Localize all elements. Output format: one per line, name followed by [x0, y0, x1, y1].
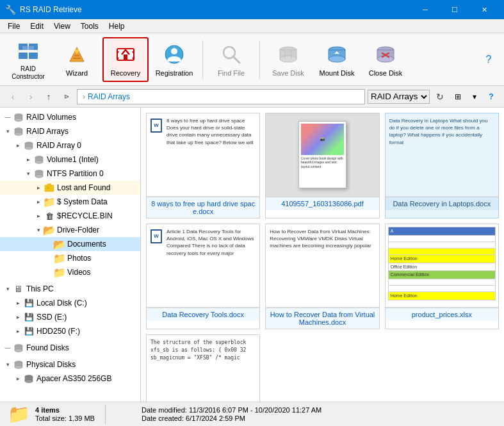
help-button[interactable]: ? [478, 49, 499, 70]
file-preview-2: 📸 Cover photo book design with beautiful… [266, 113, 378, 197]
sidebar-item-hdd250-f[interactable]: ▸ 💾 HDD250 (F:) [0, 324, 140, 338]
file-preview-3: Data Recovery in Laptops What should you… [386, 113, 498, 197]
title-bar-controls: ─ ☐ ✕ [411, 0, 499, 19]
close-disk-button[interactable]: Close Disk [362, 37, 409, 82]
minimize-button[interactable]: ─ [411, 0, 440, 19]
sidebar-item-ssd-e[interactable]: ▸ 💾 SSD (E:) [0, 310, 140, 324]
file-item-3[interactable]: Data Recovery in Laptops What should you… [385, 113, 499, 218]
menu-bar: File Edit View Tools Help [0, 19, 504, 33]
address-path[interactable]: › RAID Arrays [77, 89, 365, 104]
menu-tools[interactable]: Tools [76, 20, 104, 32]
up-button[interactable]: ↑ [41, 89, 56, 104]
path-dropdown[interactable]: RAID Arrays [368, 90, 430, 104]
sidebar-label-ssd-e: SSD (E:) [37, 313, 67, 322]
menu-help[interactable]: Help [104, 20, 130, 32]
close-button[interactable]: ✕ [469, 0, 499, 19]
sidebar-item-raid-arrays[interactable]: ▾ RAID Arrays [0, 124, 140, 138]
file-item-7[interactable]: The structure of the superblock xfs_sb i… [146, 334, 260, 402]
recovery-label: Recovery [111, 69, 140, 77]
svg-point-51 [15, 366, 22, 369]
find-file-button[interactable]: Find File [208, 37, 254, 82]
wizard-label: Wizard [66, 69, 88, 77]
hdd-icon [13, 342, 24, 354]
sidebar-item-raid-volumes[interactable]: — RAID Volumes [0, 110, 140, 124]
sidebar-item-system-data[interactable]: ▸ 📁 $ System Data [0, 195, 140, 209]
hdd-icon: 💾 [23, 297, 35, 309]
hdd-icon [23, 140, 35, 151]
file-item-1[interactable]: W 8 ways to free up hard drive space Doe… [146, 113, 260, 218]
view-dropdown-button[interactable]: ▾ [467, 89, 482, 104]
hdd-icon [33, 154, 45, 165]
sidebar-label-photos: Photos [67, 254, 91, 263]
toolbar-separator-2 [259, 40, 260, 79]
status-bar: 📁 4 items Total size: 1.39 MB Date modif… [0, 402, 504, 426]
sidebar-item-recycle-bin[interactable]: ▸ 🗑 $RECYCLE.BIN [0, 209, 140, 223]
close-disk-label: Close Disk [369, 69, 403, 77]
menu-edit[interactable]: Edit [25, 20, 49, 32]
sidebar-item-volume1[interactable]: ▸ Volume1 (Intel) [0, 152, 140, 167]
mount-disk-button[interactable]: Mount Disk [314, 37, 360, 82]
sidebar-item-raid-array-0[interactable]: ▸ RAID Array 0 [0, 138, 140, 152]
file-item-4[interactable]: W Article 1 Data Recovery Tools for Andr… [146, 224, 260, 329]
lost-found-icon: ? ! [44, 182, 55, 193]
sidebar-label-videos: Videos [67, 268, 90, 277]
expand-icon: ▸ [13, 373, 23, 384]
path-separator: › [83, 92, 85, 101]
maximize-button[interactable]: ☐ [440, 0, 469, 19]
path-item-raid-arrays[interactable]: RAID Arrays [88, 92, 130, 101]
sidebar-item-lost-and-found[interactable]: ▸ ? ! Lost and Found [0, 181, 140, 195]
svg-rect-9 [124, 54, 127, 60]
sidebar-item-physical-disks[interactable]: ▾ Physical Disks [0, 357, 140, 372]
sidebar-label-found-disks: Found Disks [26, 343, 69, 352]
sidebar-item-videos[interactable]: 📁 Videos [0, 265, 140, 279]
save-disk-icon [275, 42, 301, 67]
status-folder-icon: 📁 [8, 404, 30, 425]
sidebar-item-documents[interactable]: 📂 Documents [0, 237, 140, 251]
wizard-button[interactable]: Wizard [54, 37, 100, 82]
forward-button[interactable]: › [23, 89, 38, 104]
recovery-button[interactable]: Recovery [102, 37, 149, 82]
svg-point-41 [35, 175, 43, 178]
back-button[interactable]: ‹ [5, 89, 20, 104]
status-left: 4 items Total size: 1.39 MB [35, 406, 95, 422]
sidebar-item-apacer[interactable]: ▸ Apacer AS350 256GB [0, 372, 140, 386]
sidebar-item-drive-folder[interactable]: ▾ 📂 Drive-Folder [0, 223, 140, 237]
svg-text:W: W [154, 233, 159, 239]
view-toggle-button[interactable]: ⊞ [450, 89, 466, 104]
sidebar-item-this-pc[interactable]: ▾ 🖥 This PC [0, 282, 140, 296]
raid-constructor-button[interactable]: RAID Constructor [5, 37, 51, 82]
expand-icon: ▸ [23, 154, 33, 165]
file-item-6[interactable]: A Home Edition Office Edition Commercial… [385, 224, 499, 329]
file-preview-5: How to Recover Data from Virtual Machine… [266, 224, 378, 307]
sidebar-item-local-disk-c[interactable]: ▸ 💾 Local Disk (C:) [0, 296, 140, 310]
folder-icon: 📂 [44, 224, 55, 236]
svg-rect-6 [74, 55, 79, 56]
sidebar-item-found-disks[interactable]: — Found Disks [0, 341, 140, 355]
sidebar-label-lost-found: Lost and Found [57, 183, 110, 192]
menu-view[interactable]: View [49, 20, 76, 32]
app-title: RS RAID Retrieve [20, 5, 82, 14]
address-arrow[interactable]: ⊳ [59, 89, 74, 104]
hdd-icon [13, 359, 24, 370]
expand-icon: — [3, 343, 13, 353]
file-name-1: 8 ways to free up hard drive space.docx [147, 197, 259, 218]
registration-button[interactable]: Registration [151, 37, 197, 82]
expand-icon: ▸ [13, 140, 23, 151]
svg-point-5 [75, 49, 79, 53]
file-item-5[interactable]: How to Recover Data from Virtual Machine… [265, 224, 379, 329]
file-item-2[interactable]: 📸 Cover photo book design with beautiful… [265, 113, 379, 218]
svg-point-24 [377, 56, 394, 62]
sidebar-label-raid-arrays: RAID Arrays [26, 127, 69, 136]
svg-point-48 [15, 349, 22, 352]
sidebar-label-raid-volumes: RAID Volumes [26, 113, 76, 122]
refresh-button[interactable]: ↻ [432, 89, 448, 104]
expand-icon: ▸ [33, 197, 44, 207]
save-disk-button[interactable]: Save Disk [265, 37, 311, 82]
hdd-icon [13, 111, 24, 123]
title-bar-left: 🔧 RS RAID Retrieve [5, 4, 82, 15]
menu-file[interactable]: File [3, 20, 25, 32]
raid-constructor-icon [15, 38, 41, 63]
sidebar-item-photos[interactable]: 📁 Photos [0, 251, 140, 265]
sidebar-item-ntfs-partition[interactable]: ▾ NTFS Partition 0 [0, 167, 140, 181]
help-icon-button[interactable]: ? [484, 89, 499, 104]
